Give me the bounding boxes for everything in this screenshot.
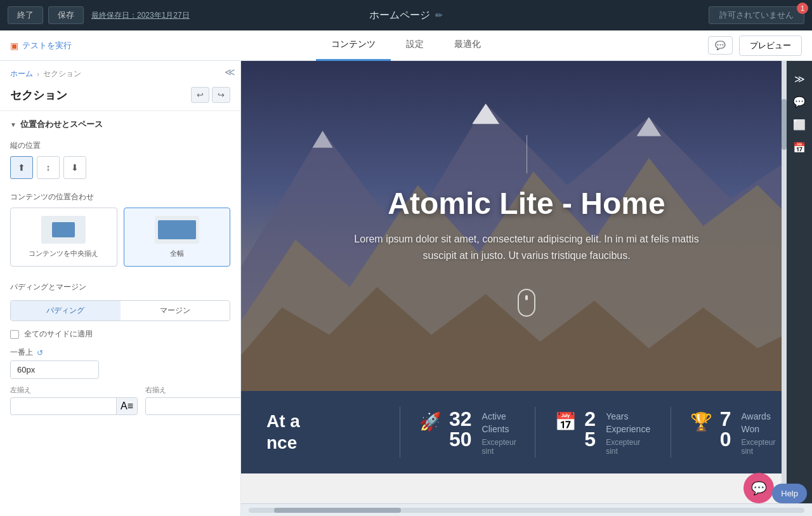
align-center-visual (41, 216, 86, 244)
apply-all-checkbox[interactable] (10, 330, 19, 339)
v-position-label: 縦の位置 (0, 135, 240, 154)
chat-bubble[interactable]: 💬 (743, 473, 774, 503)
tab-content[interactable]: コンテンツ (316, 30, 391, 61)
refresh-icon[interactable]: ↺ (37, 348, 43, 357)
stats-active-label: Active (482, 411, 516, 421)
apply-all-label: 全てのサイドに適用 (24, 329, 93, 340)
right-area: Atomic Lite - Home Lorem ipsum dolor sit… (241, 61, 812, 516)
stats-experience-content: 2 5 (584, 409, 596, 449)
padding-margin-tabs: パディング マージン (10, 300, 230, 321)
stats-divider-3 (671, 407, 671, 458)
stats-at-glance-line2: nce (266, 432, 381, 454)
comment-button[interactable]: 💬 (708, 36, 733, 55)
v-pos-top-button[interactable]: ⬆ (10, 156, 33, 179)
section-header-label: 位置合わせとスペース (20, 119, 103, 130)
stats-awards-label: Awards (741, 411, 787, 421)
test-run-icon: ▣ (10, 41, 18, 51)
stats-experience-labels: Years Experience Excepteur sint (606, 409, 652, 456)
breadcrumb-separator: › (37, 70, 39, 79)
top-value-input[interactable]: ▲ ▼ (10, 361, 99, 379)
stats-item-clients: 🚀 32 50 Active Clients Excepteur sint (419, 409, 516, 456)
stats-numbers-experience: 2 5 (584, 409, 596, 449)
lr-row: 左揃え A≡ 右揃え A≡ (0, 379, 240, 421)
stats-clients-sub: Excepteur sint (482, 438, 516, 456)
right-input[interactable] (146, 399, 241, 414)
redo-button[interactable]: ↪ (212, 87, 230, 103)
stats-number-5: 5 (584, 429, 596, 449)
top-value-field[interactable] (11, 361, 99, 378)
mountain-background (241, 61, 812, 391)
align-full-visual (155, 216, 199, 244)
hero-title: Atomic Lite - Home (388, 186, 665, 221)
stats-awards-content: 7 0 (720, 409, 731, 449)
stats-experience-label: Experience (606, 424, 652, 434)
rs-collapse-icon[interactable]: ≫ (789, 69, 809, 89)
hero-line (527, 135, 527, 173)
align-center-label: コンテンツを中央揃え (29, 249, 98, 258)
chevron-down-icon: ▼ (10, 121, 16, 128)
alignment-cards: コンテンツを中央揃え 全幅 (0, 205, 240, 277)
apply-all-row: 全てのサイドに適用 (0, 326, 240, 345)
nav-tabs: コンテンツ 設定 最適化 (316, 30, 496, 61)
breadcrumb-home[interactable]: ホーム (10, 69, 33, 79)
stats-at-glance: At a nce (266, 411, 381, 453)
align-full-label: 全幅 (170, 249, 184, 258)
not-allowed-button[interactable]: 許可されていません (709, 6, 804, 24)
top-label: 一番上 (10, 347, 33, 358)
scroll-bar[interactable] (782, 61, 787, 503)
undo-redo-controls: ↩ ↪ (191, 87, 230, 103)
padding-tab[interactable]: パディング (11, 301, 121, 321)
test-run[interactable]: ▣ テストを実行 (10, 40, 72, 51)
rs-screen-icon[interactable]: ⬜ (789, 114, 809, 135)
stats-awards-sub: Excepteur sint (741, 438, 787, 456)
last-saved-text: 最終保存日：2023年1月27日 (91, 10, 190, 21)
stats-clients-labels: Active Clients Excepteur sint (482, 409, 516, 456)
align-full-inner (158, 220, 196, 239)
v-pos-bottom-button[interactable]: ⬇ (63, 156, 86, 179)
right-input-container: A≡ (145, 397, 241, 415)
right-group: 右揃え A≡ (145, 385, 241, 415)
left-input-container: A≡ (10, 397, 138, 415)
tab-settings[interactable]: 設定 (391, 30, 439, 61)
canvas-scroll-bar[interactable] (249, 508, 804, 513)
test-run-label: テストを実行 (22, 40, 72, 51)
margin-tab[interactable]: マージン (121, 301, 230, 321)
rs-calendar-icon[interactable]: 📅 (789, 137, 809, 157)
trophy-icon: 🏆 (690, 411, 712, 432)
page-title: ホームページ ✏ (369, 9, 443, 22)
stats-years-label: Years (606, 411, 652, 421)
right-sidebar: ≫ 💬 ⬜ 📅 (787, 61, 812, 503)
stats-number-7: 7 (720, 409, 731, 429)
v-pos-middle-button[interactable]: ↕ (37, 156, 60, 179)
canvas-wrapper[interactable]: Atomic Lite - Home Lorem ipsum dolor sit… (241, 61, 812, 503)
stats-experience-sub: Excepteur sint (606, 438, 652, 456)
edit-icon[interactable]: ✏ (435, 10, 443, 20)
undo-button[interactable]: ↩ (191, 87, 209, 103)
padding-margin-label: パディングとマージン (0, 277, 240, 295)
end-button[interactable]: 終了 (8, 6, 43, 24)
rs-chat-icon[interactable]: 💬 (789, 91, 809, 112)
rocket-icon: 🚀 (419, 411, 442, 432)
top-label-row: 一番上 ↺ (0, 345, 240, 361)
stats-item-experience: 📅 2 5 Years Experience Excepteur sint (554, 409, 651, 456)
notification-badge: 1 (797, 3, 808, 14)
right-label: 右揃え (145, 385, 241, 395)
left-input[interactable] (11, 399, 116, 414)
stats-at-glance-line1: At a (266, 411, 381, 432)
canvas-area: Atomic Lite - Home Lorem ipsum dolor sit… (241, 61, 812, 503)
stats-number-2: 2 (584, 409, 596, 429)
left-panel: ≪ ホーム › セクション セクション ↩ ↪ ▼ 位置合わせとスペース 縦の位… (0, 61, 241, 516)
left-group: 左揃え A≡ (10, 385, 138, 415)
save-button[interactable]: 保存 (48, 6, 84, 24)
tab-optimize[interactable]: 最適化 (439, 30, 496, 61)
align-full-card[interactable]: 全幅 (124, 208, 231, 267)
preview-button[interactable]: プレビュー (739, 36, 802, 56)
help-button[interactable]: Help (772, 484, 807, 503)
page-title-text: ホームページ (369, 9, 430, 22)
align-center-card[interactable]: コンテンツを中央揃え (10, 208, 117, 267)
scroll-dot (525, 295, 528, 300)
section-expand-header[interactable]: ▼ 位置合わせとスペース (0, 111, 240, 135)
panel-collapse-button[interactable]: ≪ (225, 66, 235, 78)
breadcrumb-section: セクション (43, 69, 81, 79)
left-label: 左揃え (10, 385, 138, 395)
